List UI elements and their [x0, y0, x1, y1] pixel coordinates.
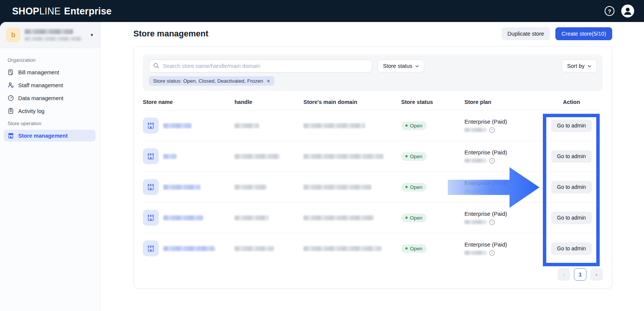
column-handle: handle: [234, 99, 303, 105]
table-row: Open Enterprise (Paid) ? Go to admin: [143, 202, 603, 233]
org-avatar: b: [6, 28, 20, 42]
org-name-redacted: [25, 29, 84, 41]
staff-icon: [8, 82, 14, 88]
status-badge: Open: [401, 214, 427, 222]
storefront-glyph: [146, 213, 155, 222]
plan-detail-redacted: [464, 189, 486, 193]
svg-text:?: ?: [491, 190, 493, 193]
go-to-admin-button[interactable]: Go to admin: [551, 181, 591, 193]
handle-redacted: [234, 185, 267, 190]
plan-detail-redacted: [464, 128, 486, 132]
sidebar-item-label: Bill management: [18, 69, 59, 75]
pagination: ‹ 1 ›: [143, 268, 603, 281]
table-row: Open Enterprise (Paid) ? Go to admin: [143, 171, 603, 202]
store-plan-label: Enterprise (Paid): [464, 241, 507, 248]
go-to-admin-button[interactable]: Go to admin: [551, 119, 591, 132]
column-store-status: Store status: [401, 99, 464, 105]
store-name-redacted: [163, 154, 177, 159]
sidebar-nav: Organization Bill management: [0, 48, 100, 143]
column-store-plan: Store plan: [464, 99, 540, 105]
search-input[interactable]: [149, 60, 372, 72]
status-dot: [405, 217, 408, 219]
pagination-next-icon[interactable]: ›: [590, 268, 603, 281]
sidebar-item-staff-management[interactable]: Staff management: [4, 79, 95, 91]
table-header-row: Store name handle Store's main domain St…: [143, 94, 603, 110]
column-action: Action: [540, 99, 603, 105]
column-store-name: Store name: [143, 99, 234, 105]
stores-table: Store name handle Store's main domain St…: [143, 94, 603, 264]
plan-help-icon[interactable]: ?: [489, 127, 495, 133]
activity-log-icon: [8, 108, 14, 114]
organization-switcher[interactable]: b ▼: [0, 22, 100, 48]
caret-down-icon: ▼: [90, 33, 94, 37]
bill-icon: [8, 69, 14, 75]
table-row: Open Enterprise (Paid) ? Go to admin: [143, 233, 603, 264]
go-to-admin-button[interactable]: Go to admin: [551, 242, 591, 255]
sidebar-item-label: Activity log: [18, 108, 44, 114]
store-plan-label: Enterprise (Paid): [464, 118, 507, 125]
sort-by-dropdown[interactable]: Sort by: [562, 60, 597, 72]
topbar: SHOPLINEEnterprise ?: [0, 0, 644, 22]
duplicate-store-button[interactable]: Duplicate store: [502, 27, 550, 40]
svg-text:?: ?: [491, 128, 493, 132]
sidebar-item-activity-log[interactable]: Activity log: [4, 105, 95, 117]
plan-help-icon[interactable]: ?: [489, 188, 495, 195]
user-avatar-icon[interactable]: [621, 5, 634, 17]
status-badge: Open: [401, 183, 427, 192]
brand-logo: SHOPLINEEnterprise: [12, 6, 112, 17]
help-circle-icon[interactable]: ?: [605, 6, 614, 16]
store-status-dropdown[interactable]: Store status: [378, 60, 424, 72]
pagination-page-1[interactable]: 1: [574, 268, 586, 281]
domain-redacted: [303, 154, 383, 159]
brand-shop: SHOP: [12, 6, 39, 17]
create-store-button[interactable]: Create store(5/10): [555, 27, 612, 40]
sidebar-item-label: Store management: [18, 133, 68, 139]
plan-detail-redacted: [464, 220, 486, 224]
storefront-glyph: [146, 182, 155, 192]
store-name-redacted: [163, 185, 200, 190]
nav-section-store-operation: Store operation: [8, 121, 95, 126]
status-badge: Open: [401, 152, 427, 161]
store-logo-icon: [143, 210, 159, 226]
plan-help-icon[interactable]: ?: [489, 250, 495, 256]
domain-redacted: [303, 123, 365, 128]
handle-redacted: [234, 215, 269, 220]
storefront-glyph: [146, 244, 155, 253]
handle-redacted: [234, 154, 280, 159]
store-logo-icon: [143, 240, 159, 256]
avatar-person-glyph: [621, 5, 634, 17]
sidebar-item-data-management[interactable]: Data management: [4, 92, 95, 104]
sidebar-item-bill-management[interactable]: Bill management: [4, 66, 95, 78]
app-root: SHOPLINEEnterprise ? b ▼: [0, 0, 644, 311]
go-to-admin-button[interactable]: Go to admin: [551, 212, 591, 224]
sidebar-item-store-management[interactable]: Store management: [4, 130, 95, 141]
store-logo-icon: [143, 148, 159, 164]
brand-line: LINE: [39, 6, 61, 17]
store-name-redacted: [163, 215, 203, 220]
chevron-down-icon: [588, 65, 591, 68]
search-box: [149, 60, 372, 72]
pagination-prev-icon[interactable]: ‹: [558, 268, 570, 281]
active-filter-chip: Store status: Open, Closed, Deactivated,…: [149, 76, 274, 86]
plan-help-icon[interactable]: ?: [489, 158, 495, 164]
store-status-dropdown-label: Store status: [383, 63, 412, 69]
status-dot: [405, 186, 408, 188]
page-header: Store management Duplicate store Create …: [133, 27, 612, 40]
filter-chip-close-icon[interactable]: ✕: [266, 79, 270, 84]
domain-redacted: [303, 215, 374, 220]
sidebar-item-label: Data management: [18, 95, 63, 101]
svg-text:?: ?: [491, 251, 493, 255]
sort-by-dropdown-label: Sort by: [567, 63, 585, 69]
status-dot: [405, 247, 408, 250]
store-list-card: Store status Sort by Store status: Open,…: [133, 46, 612, 289]
go-to-admin-button[interactable]: Go to admin: [551, 150, 591, 163]
store-logo-icon: [143, 118, 159, 134]
table-row: Open Enterprise (Paid) ? Go to admin: [143, 141, 603, 171]
search-icon: [153, 63, 159, 69]
domain-redacted: [303, 185, 371, 190]
storefront-glyph: [146, 152, 155, 161]
plan-help-icon[interactable]: ?: [489, 219, 495, 225]
status-label: Open: [410, 123, 422, 129]
brand-suffix: Enterprise: [64, 6, 112, 17]
main-panel: Store management Duplicate store Create …: [100, 22, 644, 311]
